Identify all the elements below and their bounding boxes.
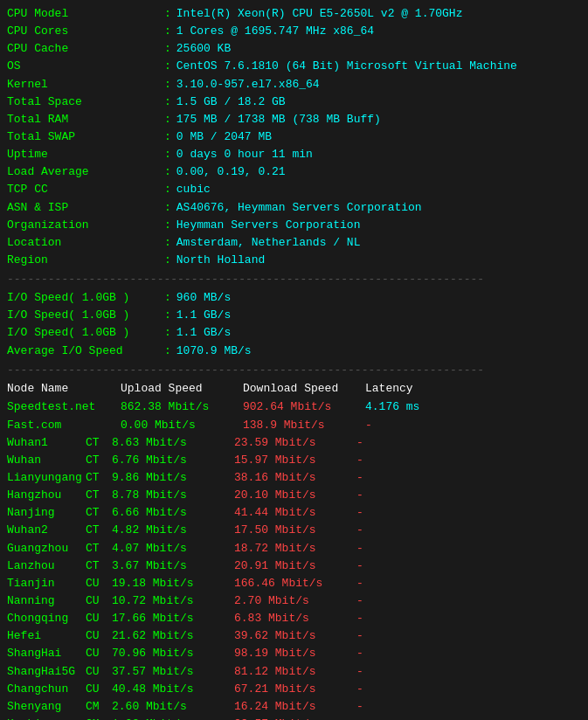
latency-value: - (365, 417, 372, 434)
node-name: Changchun (7, 681, 86, 698)
download-speed: 17.50 Mbit/s (234, 522, 356, 539)
io-avg-row: Average I/O Speed : 1070.9 MB/s (7, 343, 581, 360)
node-name: Wuhan (7, 452, 86, 469)
table-row: NanningCU10.72 Mbit/s2.70 Mbit/s- (7, 592, 581, 610)
node-name: Speedtest.net (7, 398, 121, 416)
download-speed: 39.62 Mbit/s (234, 627, 356, 645)
node-type: CT (86, 557, 112, 575)
node-name: Guangzhou (7, 540, 86, 557)
latency-value: - (356, 592, 363, 610)
download-speed: 166.46 Mbit/s (234, 575, 356, 592)
table-row: WuhanCT6.76 Mbit/s15.97 Mbit/s- (7, 452, 581, 469)
latency-value: - (356, 540, 363, 557)
latency-value: - (356, 698, 363, 716)
region-value: North Holland (176, 252, 265, 269)
table-row: ShangHaiCU70.96 Mbit/s98.19 Mbit/s- (7, 645, 581, 662)
table-row: TianjinCU19.18 Mbit/s166.46 Mbit/s- (7, 575, 581, 592)
node-type: CT (86, 487, 112, 504)
location-row: Location : Amsterdam, Netherlands / NL (7, 234, 581, 252)
region-label: Region (7, 252, 164, 269)
load-avg-row: Load Average : 0.00, 0.19, 0.21 (7, 163, 581, 181)
table-row: Speedtest.net862.38 Mbit/s902.64 Mbit/s4… (7, 398, 581, 416)
upload-speed: 10.72 Mbit/s (112, 592, 234, 610)
tcp-cc-label: TCP CC (7, 181, 164, 198)
download-speed: 20.91 Mbit/s (234, 557, 356, 575)
uptime-label: Uptime (7, 146, 164, 163)
node-name: Wuhan2 (7, 522, 86, 539)
total-swap-row: Total SWAP : 0 MB / 2047 MB (7, 128, 581, 146)
system-info: CPU Model : Intel(R) Xeon(R) CPU E5-2650… (7, 5, 581, 269)
io2-row: I/O Speed( 1.0GB ) : 1.1 GB/s (7, 307, 581, 324)
node-type: CU (86, 627, 112, 645)
cpu-cores-label: CPU Cores (7, 23, 164, 40)
total-space-value: 1.5 GB / 18.2 GB (176, 93, 286, 111)
download-speed: 38.16 Mbit/s (234, 469, 356, 487)
upload-speed: 37.57 Mbit/s (112, 663, 234, 681)
node-type: CU (86, 681, 112, 698)
kernel-label: Kernel (7, 76, 164, 93)
node-name: Chongqing (7, 610, 86, 627)
node-type: CU (86, 610, 112, 627)
node-name: Shenyang (7, 698, 86, 716)
upload-speed: 8.63 Mbit/s (112, 434, 234, 452)
node-type: CT (86, 504, 112, 522)
load-avg-label: Load Average (7, 163, 164, 181)
header-node: Node Name (7, 380, 121, 398)
header-upload: Upload Speed (121, 380, 243, 398)
download-speed: 41.44 Mbit/s (234, 504, 356, 522)
upload-speed: 19.18 Mbit/s (112, 575, 234, 592)
node-name: Hefei (7, 627, 86, 645)
latency-value: - (356, 452, 363, 469)
location-value: Amsterdam, Netherlands / NL (176, 234, 361, 252)
kernel-value: 3.10.0-957.el7.x86_64 (176, 76, 320, 93)
table-row: KashiCM1.98 Mbit/s33.57 Mbit/s- (7, 716, 581, 720)
download-speed: 33.57 Mbit/s (234, 716, 356, 720)
node-type: CM (86, 698, 112, 716)
io-avg-value: 1070.9 MB/s (176, 343, 252, 360)
cpu-model-label: CPU Model (7, 5, 164, 23)
upload-speed: 3.67 Mbit/s (112, 557, 234, 575)
table-row: Wuhan1CT8.63 Mbit/s23.59 Mbit/s- (7, 434, 581, 452)
node-type: CM (86, 716, 112, 720)
header-latency: Latency (365, 380, 435, 398)
download-speed: 2.70 Mbit/s (234, 592, 356, 610)
io3-row: I/O Speed( 1.0GB ) : 1.1 GB/s (7, 324, 581, 342)
tcp-cc-value: cubic (176, 181, 211, 198)
node-name: ShangHai (7, 645, 86, 662)
latency-value: - (356, 469, 363, 487)
table-header: Node Name Upload Speed Download Speed La… (7, 380, 581, 398)
table-row: Wuhan2CT4.82 Mbit/s17.50 Mbit/s- (7, 522, 581, 539)
upload-speed: 8.78 Mbit/s (112, 487, 234, 504)
latency-value: - (356, 610, 363, 627)
upload-speed: 6.76 Mbit/s (112, 452, 234, 469)
node-type: CT (86, 522, 112, 539)
upload-speed: 70.96 Mbit/s (112, 645, 234, 662)
node-type: CT (86, 452, 112, 469)
total-space-row: Total Space : 1.5 GB / 18.2 GB (7, 93, 581, 111)
cpu-cache-label: CPU Cache (7, 40, 164, 58)
upload-speed: 862.38 Mbit/s (121, 398, 243, 416)
divider-1: ----------------------------------------… (7, 273, 581, 286)
upload-speed: 9.86 Mbit/s (112, 469, 234, 487)
download-speed: 16.24 Mbit/s (234, 698, 356, 716)
region-row: Region : North Holland (7, 252, 581, 269)
download-speed: 67.21 Mbit/s (234, 681, 356, 698)
download-speed: 138.9 Mbit/s (243, 417, 365, 434)
latency-value: - (356, 627, 363, 645)
io1-value: 960 MB/s (176, 289, 231, 307)
table-row: ChangchunCU40.48 Mbit/s67.21 Mbit/s- (7, 681, 581, 698)
node-name: Kashi (7, 716, 86, 720)
os-value: CentOS 7.6.1810 (64 Bit) Microsoft Virtu… (176, 58, 517, 75)
download-speed: 902.64 Mbit/s (243, 398, 365, 416)
node-type: CT (86, 540, 112, 557)
node-name: Nanjing (7, 504, 86, 522)
io2-value: 1.1 GB/s (176, 307, 231, 324)
kernel-row: Kernel : 3.10.0-957.el7.x86_64 (7, 76, 581, 93)
tcp-cc-row: TCP CC : cubic (7, 181, 581, 198)
total-swap-value: 0 MB / 2047 MB (176, 128, 272, 146)
asn-row: ASN & ISP : AS40676, Heymman Servers Cor… (7, 199, 581, 217)
uptime-row: Uptime : 0 days 0 hour 11 min (7, 146, 581, 163)
download-speed: 20.10 Mbit/s (234, 487, 356, 504)
io-avg-label: Average I/O Speed (7, 343, 164, 360)
node-name: Lanzhou (7, 557, 86, 575)
